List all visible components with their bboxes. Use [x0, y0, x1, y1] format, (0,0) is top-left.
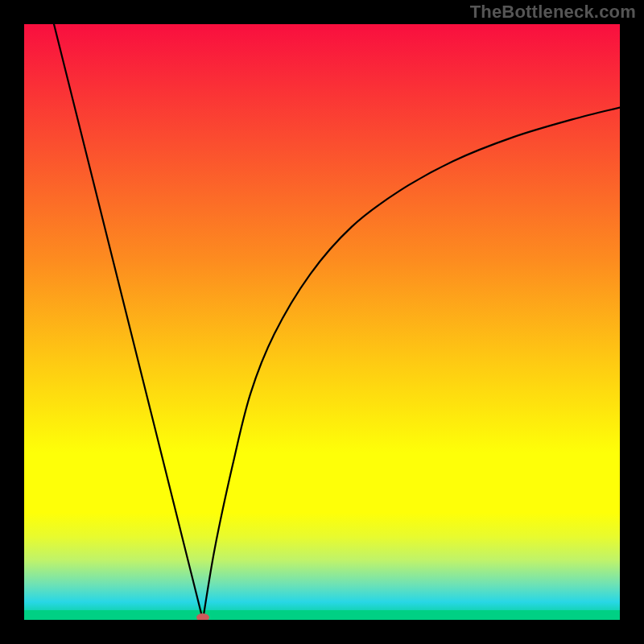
plot-area	[24, 24, 620, 620]
gradient-background	[24, 24, 620, 620]
green-baseline	[24, 610, 620, 620]
watermark-text: TheBottleneck.com	[470, 2, 636, 23]
bottleneck-curve-chart	[24, 24, 620, 620]
chart-frame: TheBottleneck.com	[0, 0, 644, 644]
